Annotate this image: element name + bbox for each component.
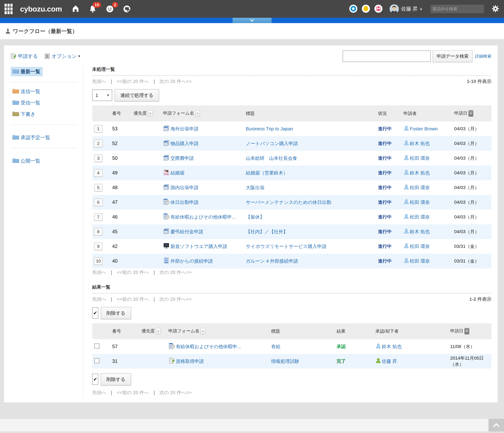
applicant-link[interactable]: 鈴木 拓也	[403, 140, 430, 147]
title-link[interactable]: 【振休】	[246, 214, 264, 220]
workflow-search-button[interactable]: 申請データ検索	[433, 50, 472, 62]
title-link[interactable]: 大阪出張	[246, 184, 264, 191]
pagination-next: 次の 20 件へ>>	[159, 79, 192, 84]
process-row-button[interactable]: 10	[94, 257, 103, 265]
applicant-link[interactable]: 松田 環奈	[403, 258, 430, 264]
applicant-link[interactable]: 松田 環奈	[403, 155, 430, 162]
home-icon[interactable]	[71, 5, 80, 13]
menu-expand-tab[interactable]	[233, 18, 271, 23]
approver-link[interactable]: 鈴木 拓也	[375, 343, 402, 350]
row-checkbox[interactable]	[94, 343, 99, 349]
blue-folder-icon	[12, 68, 21, 75]
form-link[interactable]: 結婚届	[163, 169, 184, 177]
sidebar-item-3[interactable]: 下書き	[11, 109, 38, 119]
form-link[interactable]: 交際費申請	[163, 154, 194, 162]
results-table: 番号優先度▼申請フォーム名▼標題結果承認/却下者申請日▼57有給休暇およびその他…	[92, 323, 491, 369]
sidebar-item-1[interactable]: 送信一覧	[11, 87, 43, 96]
settings-gear-icon[interactable]	[491, 5, 499, 13]
app-launcher-icon[interactable]	[5, 4, 13, 14]
sidebar-item-4[interactable]: 承認予定一覧	[11, 133, 53, 142]
title-link[interactable]: サーバーメンテナンスのための休日出勤	[246, 199, 331, 206]
form-link[interactable]: 休日出勤申請	[163, 198, 198, 206]
user-avatar[interactable]	[389, 4, 399, 14]
profile-smiley-icon[interactable]: 2	[106, 5, 114, 13]
form-link[interactable]: 外部からの接続申請	[163, 257, 213, 265]
process-row-button[interactable]: 9	[94, 243, 103, 250]
sidebar-item-2[interactable]: 受信一覧	[11, 98, 43, 108]
form-link[interactable]: 物品購入申請	[163, 140, 198, 147]
divider	[92, 75, 491, 76]
apply-link[interactable]: 申請する	[10, 53, 38, 60]
process-row-button[interactable]: 5	[94, 184, 103, 191]
process-row-button[interactable]: 6	[94, 198, 103, 206]
approver-link[interactable]: 佐藤 昇	[375, 358, 397, 365]
applicant-link[interactable]: Foster Brown	[403, 125, 438, 132]
applicant-link[interactable]: 松田 環奈	[403, 214, 430, 220]
card-toolbar: 申請する オプション ▼ 申請データ検索 詳細検索	[10, 49, 491, 66]
applicant-link[interactable]: 鈴木 拓也	[403, 228, 430, 235]
pending-row: 845慶弔給付金申請【社内】／【社外】進行中鈴木 拓也04/03（月）	[92, 224, 491, 239]
process-row-button[interactable]: 1	[94, 125, 103, 133]
notification-bell-icon[interactable]: 15	[89, 5, 97, 13]
sort-button-icon[interactable]: ▼	[195, 110, 200, 117]
title-link[interactable]: 【社内】／【社外】	[246, 229, 288, 235]
form-link[interactable]: 有給休暇およびその他休暇申...	[168, 343, 241, 351]
scroll-to-top-button[interactable]	[488, 419, 504, 431]
form-link[interactable]: 慶弔給付金申請	[163, 228, 203, 235]
sort-button-icon[interactable]: ▼	[200, 328, 205, 334]
form-link[interactable]: 新規ソフトウエア購入申請	[163, 243, 227, 250]
form-link[interactable]: 国内出張申請	[163, 184, 198, 191]
user-name[interactable]: 佐藤 昇	[401, 6, 418, 12]
sidebar-item-5[interactable]: 公開一覧	[11, 156, 43, 166]
workflow-search-input[interactable]	[343, 51, 431, 62]
product-search-input[interactable]	[432, 7, 486, 11]
form-link[interactable]: 資格取得申請	[168, 357, 204, 365]
batch-process-button[interactable]: 連続で処理する	[115, 89, 159, 101]
title-link[interactable]: 山本総研 山本社長会食	[246, 155, 297, 161]
results-delete-row-bottom: ✔ 削除する	[92, 373, 491, 385]
app-circle-mail-icon[interactable]	[374, 4, 383, 14]
message-check-icon[interactable]	[123, 5, 131, 13]
applicant-link[interactable]: 松田 環奈	[403, 243, 430, 250]
delete-button[interactable]: 削除する	[101, 373, 131, 385]
sort-button-icon[interactable]: ▼	[156, 328, 161, 334]
cybozu-logo[interactable]: cybozu.com	[20, 5, 62, 13]
select-all-checkbox[interactable]: ✔	[92, 374, 98, 385]
monitor-icon	[163, 243, 171, 250]
form-link[interactable]: 海外出張申請	[163, 125, 198, 133]
process-row-button[interactable]: 8	[94, 228, 103, 235]
process-row-button[interactable]: 2	[94, 140, 103, 147]
sort-button-icon[interactable]: ▼	[468, 110, 473, 117]
process-row-button[interactable]: 4	[94, 169, 103, 177]
title-link[interactable]: ノートパソコン購入申請	[246, 140, 298, 147]
batch-count-select[interactable]: 1 ▼	[92, 90, 112, 101]
applicant-link[interactable]: 松田 環奈	[403, 184, 430, 191]
process-row-button[interactable]: 3	[94, 154, 103, 162]
process-row-button[interactable]: 7	[94, 213, 103, 221]
advanced-search-link[interactable]: 詳細検索	[475, 54, 491, 59]
title-link[interactable]: 結婚届（営業鈴木）	[246, 170, 288, 176]
pending-row: 153海外出張申請Business Trip to Japan進行中Foster…	[92, 121, 491, 136]
sort-button-icon[interactable]: ▼	[148, 110, 153, 117]
title-link[interactable]: ガルーン 4 外部接続申請	[246, 258, 298, 264]
pagination-prev: <<前の 20 件へ	[117, 297, 149, 302]
app-circle-yellow-icon[interactable]	[361, 4, 370, 14]
sort-button-icon[interactable]: ▼	[464, 328, 469, 334]
delete-button[interactable]: 削除する	[101, 307, 131, 319]
form-link[interactable]: 有給休暇およびその他休暇申...	[163, 213, 236, 221]
app-circle-blue-icon[interactable]	[349, 4, 358, 14]
title-link[interactable]: サイボウズリモートサービス購入申請	[246, 243, 326, 250]
title-link[interactable]: 有給	[271, 343, 280, 350]
applicant-link[interactable]: 松田 環奈	[403, 199, 430, 206]
options-link[interactable]: オプション ▼	[44, 53, 81, 60]
sidebar-item-0[interactable]: 最新一覧	[11, 67, 43, 76]
select-all-checkbox[interactable]: ✔	[92, 307, 98, 319]
applicant-link[interactable]: 鈴木 拓也	[403, 169, 430, 176]
user-menu-caret-icon[interactable]: ∨	[420, 7, 423, 11]
row-checkbox[interactable]	[94, 358, 99, 363]
apply-date: 03/31（金）	[454, 239, 491, 254]
pagination-first: 先頭へ	[92, 390, 106, 395]
title-link[interactable]: 情報処理試験	[271, 358, 299, 364]
title-link[interactable]: Business Trip to Japan	[246, 126, 293, 131]
person-icon	[403, 243, 410, 250]
